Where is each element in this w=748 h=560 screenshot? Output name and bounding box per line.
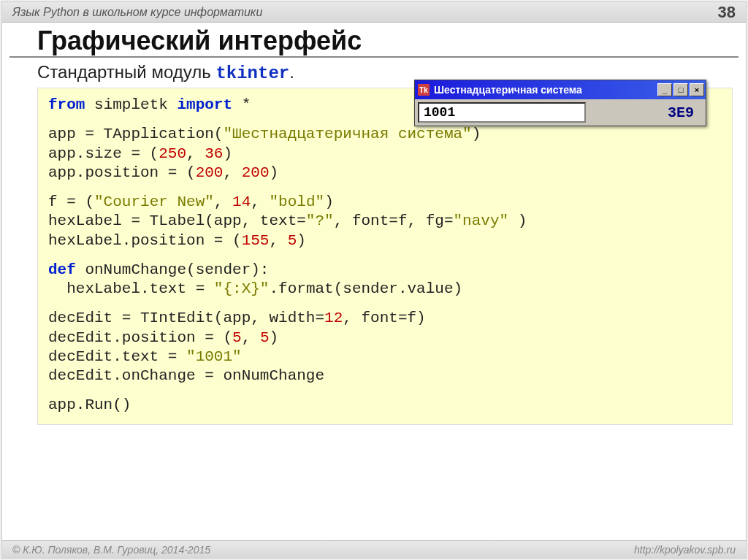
string: "Courier New"	[94, 193, 214, 210]
number: 250	[159, 145, 186, 162]
page-title: Графический интерфейс	[9, 23, 739, 58]
number: 5	[260, 329, 270, 346]
code-text: )	[223, 145, 232, 162]
kw-from: from	[48, 96, 85, 113]
code-text: .format(sender.value)	[269, 280, 462, 297]
code-text: )	[472, 126, 481, 142]
kw-import: import	[177, 96, 232, 113]
string: "bold"	[270, 193, 325, 210]
code-text: hexLabel.text =	[48, 280, 214, 297]
code-text: *	[232, 96, 251, 113]
code-text: , font=f)	[343, 310, 425, 326]
tk-window: Tk Шестнадцатеричная система _ □ × 1001 …	[414, 80, 706, 126]
code-text: app.Run()	[48, 396, 131, 413]
code-text: decEdit = TIntEdit(app, width=	[48, 310, 324, 326]
code-text: ,	[242, 329, 260, 346]
string: "?"	[306, 212, 334, 229]
dec-input[interactable]: 1001	[418, 102, 586, 123]
subtitle-text: Стандартный модуль	[37, 62, 215, 82]
window-title: Шестнадцатеричная система	[434, 84, 582, 96]
code-text: ,	[186, 145, 205, 162]
code-text: f = (	[48, 193, 94, 210]
code-text: )	[508, 212, 527, 229]
code-text: simpletk	[85, 96, 177, 113]
code-text: )	[297, 232, 306, 249]
window-titlebar[interactable]: Tk Шестнадцатеричная система _ □ ×	[415, 80, 706, 99]
copyright: © К.Ю. Поляков, В.М. Гуровиц, 2014-2015	[12, 544, 210, 556]
number: 155	[242, 232, 270, 249]
app-icon: Tk	[418, 84, 430, 96]
hex-label: 3E9	[586, 104, 703, 121]
code-text: decEdit.position = (	[48, 329, 232, 346]
code-text: hexLabel.position = (	[48, 232, 242, 249]
string: "navy"	[454, 212, 509, 229]
code-text: onNumChange(sender):	[76, 261, 270, 278]
string: "Шестнадцатеричная система"	[223, 126, 471, 142]
number: 5	[288, 232, 297, 249]
module-name: tkinter	[215, 64, 289, 83]
number: 14	[232, 193, 251, 210]
code-text: hexLabel = TLabel(app, text=	[48, 212, 306, 229]
site-url: http://kpolyakov.spb.ru	[634, 544, 736, 556]
page-number: 38	[718, 3, 736, 22]
code-block: from simpletk import * app = TApplicatio…	[37, 88, 733, 425]
window-client: 1001 3E9	[415, 99, 706, 126]
code-text: )	[324, 193, 334, 210]
header-bar: Язык Python в школьном курсе информатики…	[2, 2, 746, 23]
code-text: ,	[251, 193, 269, 210]
code-text: )	[269, 164, 278, 181]
header-text: Язык Python в школьном курсе информатики	[12, 6, 262, 19]
kw-def: def	[48, 261, 76, 278]
code-text: decEdit.onChange = onNumChange	[48, 367, 324, 384]
number: 12	[324, 310, 343, 326]
code-text: )	[269, 329, 278, 346]
number: 200	[196, 164, 224, 181]
code-text: app.position = (	[48, 164, 196, 181]
code-text: app = TApplication(	[48, 126, 223, 142]
slide: Язык Python в школьном курсе информатики…	[1, 1, 747, 559]
maximize-button[interactable]: □	[673, 83, 688, 96]
code-text: decEdit.text =	[48, 348, 186, 365]
code-text: ,	[269, 232, 287, 249]
number: 36	[205, 145, 223, 162]
close-button[interactable]: ×	[690, 83, 704, 96]
string: "1001"	[186, 348, 242, 365]
number: 5	[232, 329, 242, 346]
code-text: app.size = (	[48, 145, 159, 162]
code-text: , font=f, fg=	[334, 212, 454, 229]
string: "{:X}"	[214, 280, 270, 297]
subtitle-period: .	[289, 62, 294, 82]
code-text: ,	[214, 193, 232, 210]
number: 200	[242, 164, 270, 181]
footer-bar: © К.Ю. Поляков, В.М. Гуровиц, 2014-2015 …	[2, 540, 746, 558]
minimize-button[interactable]: _	[657, 83, 672, 96]
code-text: ,	[223, 164, 241, 181]
